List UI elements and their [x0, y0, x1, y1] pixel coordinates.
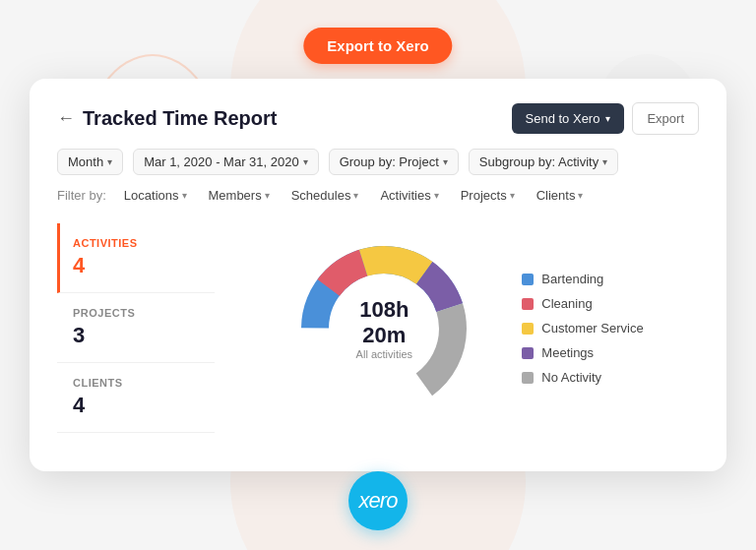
xero-logo-text: xero	[359, 488, 398, 514]
locations-filter[interactable]: Locations ▾	[116, 185, 195, 206]
clients-label: CLIENTS	[73, 377, 199, 389]
legend-item-no-activity: No Activity	[522, 370, 643, 385]
customer-service-dot	[522, 323, 534, 335]
export-to-xero-bubble[interactable]: Export to Xero	[303, 28, 452, 64]
chevron-down-icon: ▾	[605, 113, 610, 124]
chevron-down-icon: ▾	[107, 156, 112, 167]
chevron-down-icon: ▾	[434, 190, 439, 201]
customer-service-label: Customer Service	[541, 321, 643, 336]
filter-by-label: Filter by:	[57, 188, 106, 203]
filter-row-1: Month ▾ Mar 1, 2020 - Mar 31, 2020 ▾ Gro…	[57, 149, 699, 175]
header-row: ← Tracked Time Report Send to Xero ▾ Exp…	[57, 102, 699, 135]
legend-item-customer-service: Customer Service	[522, 321, 643, 336]
projects-value: 3	[73, 323, 199, 348]
stats-panel: ACTIVITIES 4 PROJECTS 3 CLIENTS 4	[57, 223, 215, 433]
page-title-group: ← Tracked Time Report	[57, 107, 277, 130]
activities-value: 4	[73, 253, 199, 278]
group-by-filter[interactable]: Group by: Project ▾	[329, 149, 459, 175]
donut-time: 108h 20m	[335, 297, 433, 348]
bartending-dot	[522, 274, 534, 285]
projects-filter[interactable]: Projects ▾	[453, 185, 523, 206]
clients-filter[interactable]: Clients ▾	[529, 185, 592, 206]
activities-filter[interactable]: Activities ▾	[372, 185, 446, 206]
content-area: ACTIVITIES 4 PROJECTS 3 CLIENTS 4	[57, 223, 699, 433]
legend-item-meetings: Meetings	[522, 345, 643, 360]
schedules-filter[interactable]: Schedules ▾	[284, 185, 367, 206]
main-card: ← Tracked Time Report Send to Xero ▾ Exp…	[30, 79, 726, 471]
send-to-xero-button[interactable]: Send to Xero ▾	[512, 103, 625, 134]
page-title: Tracked Time Report	[83, 107, 277, 130]
cleaning-dot	[522, 298, 534, 310]
xero-logo: xero	[348, 471, 408, 530]
clients-value: 4	[73, 393, 199, 418]
back-arrow-icon[interactable]: ←	[57, 108, 75, 129]
meetings-dot	[522, 347, 534, 359]
filter-row-2: Filter by: Locations ▾ Members ▾ Schedul…	[57, 185, 699, 206]
chevron-down-icon: ▾	[510, 190, 515, 201]
chevron-down-icon: ▾	[182, 190, 187, 201]
donut-sub: All activities	[335, 348, 433, 360]
cleaning-label: Cleaning	[541, 296, 592, 311]
chevron-down-icon: ▾	[265, 190, 270, 201]
header-actions: Send to Xero ▾ Export	[512, 102, 699, 135]
no-activity-dot	[522, 372, 534, 384]
members-filter[interactable]: Members ▾	[201, 185, 278, 206]
donut-chart: 108h 20m All activities	[285, 230, 482, 427]
activities-label: ACTIVITIES	[73, 237, 199, 249]
meetings-label: Meetings	[541, 345, 594, 360]
legend-item-bartending: Bartending	[522, 272, 643, 286]
chevron-down-icon: ▾	[353, 190, 358, 201]
bartending-label: Bartending	[541, 272, 603, 286]
chevron-down-icon: ▾	[602, 156, 607, 167]
no-activity-label: No Activity	[541, 370, 601, 385]
activities-stat[interactable]: ACTIVITIES 4	[57, 223, 215, 293]
chevron-down-icon: ▾	[443, 156, 448, 167]
donut-center: 108h 20m All activities	[335, 297, 433, 360]
projects-label: PROJECTS	[73, 307, 199, 319]
month-filter[interactable]: Month ▾	[57, 149, 123, 175]
clients-stat[interactable]: CLIENTS 4	[57, 363, 215, 433]
export-button[interactable]: Export	[632, 102, 699, 135]
chevron-down-icon: ▾	[578, 190, 583, 201]
legend-item-cleaning: Cleaning	[522, 296, 643, 311]
chart-legend: Bartending Cleaning Customer Service Mee…	[522, 272, 643, 385]
projects-stat[interactable]: PROJECTS 3	[57, 293, 215, 363]
subgroup-by-filter[interactable]: Subgroup by: Activity ▾	[469, 149, 618, 175]
date-range-filter[interactable]: Mar 1, 2020 - Mar 31, 2020 ▾	[133, 149, 319, 175]
chart-area: 108h 20m All activities Bartending Clean…	[230, 223, 699, 433]
chevron-down-icon: ▾	[303, 156, 308, 167]
